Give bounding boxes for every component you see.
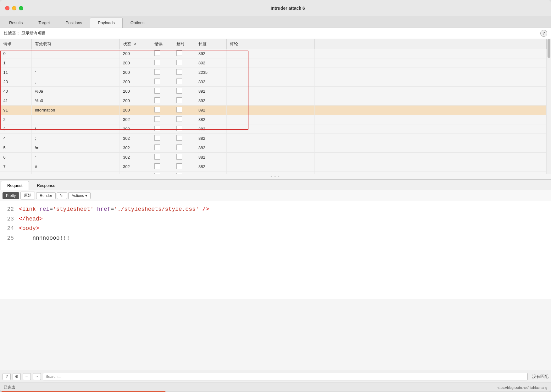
tab-response[interactable]: Response: [30, 181, 62, 190]
col-payload[interactable]: 有效载荷: [32, 39, 120, 49]
table-row[interactable]: 7 # 302 882: [0, 162, 547, 172]
tab-positions[interactable]: Positions: [58, 18, 90, 28]
btn-raw[interactable]: 原始: [20, 192, 35, 199]
tab-target[interactable]: Target: [31, 18, 58, 28]
checkbox[interactable]: [176, 88, 182, 94]
checkbox[interactable]: [154, 88, 160, 94]
search-input[interactable]: [43, 373, 528, 380]
checkbox[interactable]: [176, 116, 182, 122]
btn-newline[interactable]: \n: [57, 192, 67, 199]
cell-payload: %0a: [32, 87, 120, 96]
cell-status: 302: [120, 124, 151, 134]
checkbox[interactable]: [176, 173, 182, 174]
cell-status: 200: [120, 58, 151, 68]
actions-button[interactable]: Actions ▾: [68, 192, 91, 199]
btn-render[interactable]: Render: [36, 192, 55, 199]
table-row[interactable]: 11 ' 200 2235: [0, 68, 547, 77]
vertical-scrollbar[interactable]: [547, 39, 551, 174]
checkbox[interactable]: [154, 116, 160, 122]
col-timeout[interactable]: 超时: [173, 39, 195, 49]
table-row[interactable]: 23 , 200 892: [0, 77, 547, 87]
table-row[interactable]: 2 302 882: [0, 115, 547, 124]
cell-length: 882: [195, 143, 227, 153]
cell-timeout: [173, 68, 195, 77]
cell-length: 892: [195, 87, 227, 96]
cell-error: [151, 77, 173, 87]
table-row[interactable]: 4 ; 302 882: [0, 134, 547, 143]
help-nav-button[interactable]: ?: [3, 373, 11, 380]
checkbox[interactable]: [176, 126, 182, 131]
table-wrapper: 请求 有效载荷 状态 ∧ 错误 超时 长度 评论: [0, 39, 547, 174]
checkbox[interactable]: [154, 135, 160, 141]
table-row[interactable]: 5 != 302 882: [0, 143, 547, 153]
cell-extra: [315, 143, 547, 153]
checkbox[interactable]: [154, 173, 160, 174]
col-status[interactable]: 状态 ∧: [120, 39, 151, 49]
minimize-button[interactable]: [12, 6, 16, 10]
table-row[interactable]: 91 information 200 892: [0, 106, 547, 115]
checkbox[interactable]: [176, 79, 182, 84]
cell-extra: [315, 162, 547, 172]
code-content: <link rel='stylesheet' href='./styleshee…: [19, 204, 546, 214]
checkbox[interactable]: [176, 163, 182, 169]
col-error[interactable]: 错误: [151, 39, 173, 49]
cell-comment: [227, 134, 315, 143]
cell-status: 200: [120, 49, 151, 58]
filter-bar: 过滤器： 显示所有项目 ?: [0, 28, 551, 39]
table-scroll[interactable]: 请求 有效载荷 状态 ∧ 错误 超时 长度 评论: [0, 39, 547, 174]
back-button[interactable]: ←: [23, 373, 31, 380]
checkbox[interactable]: [176, 154, 182, 160]
tab-options[interactable]: Options: [123, 18, 153, 28]
tab-request[interactable]: Request: [1, 181, 29, 190]
cell-timeout: [173, 49, 195, 58]
table-row[interactable]: 40 %0a 200 892: [0, 87, 547, 96]
checkbox[interactable]: [154, 163, 160, 169]
checkbox[interactable]: [154, 154, 160, 160]
cell-extra: [315, 58, 547, 68]
cell-error: [151, 124, 173, 134]
checkbox[interactable]: [176, 60, 182, 65]
table-row[interactable]: 1 200 892: [0, 58, 547, 68]
col-length[interactable]: 长度: [195, 39, 227, 49]
table-row[interactable]: 41 %a0 200 892: [0, 96, 547, 106]
checkbox[interactable]: [154, 69, 160, 75]
table-row[interactable]: 3 ! 302 882: [0, 124, 547, 134]
table-row[interactable]: 6 " 302 882: [0, 153, 547, 162]
cell-status: 302: [120, 162, 151, 172]
btn-pretty[interactable]: Pretty: [3, 192, 19, 199]
cell-payload: [32, 49, 120, 58]
checkbox[interactable]: [154, 50, 160, 56]
col-request[interactable]: 请求: [0, 39, 32, 49]
checkbox[interactable]: [154, 97, 160, 103]
tab-results[interactable]: Results: [1, 18, 31, 28]
table-row[interactable]: 8 % 302 882: [0, 172, 547, 174]
checkbox[interactable]: [176, 144, 182, 150]
cell-error: [151, 96, 173, 106]
col-comment[interactable]: 评论: [227, 39, 315, 49]
forward-button[interactable]: →: [33, 373, 41, 380]
checkbox[interactable]: [154, 107, 160, 112]
cell-error: [151, 68, 173, 77]
checkbox[interactable]: [176, 135, 182, 141]
checkbox[interactable]: [154, 60, 160, 65]
checkbox[interactable]: [154, 126, 160, 131]
checkbox[interactable]: [154, 79, 160, 84]
no-match-label: 没有匹配: [532, 374, 548, 379]
tab-payloads[interactable]: Payloads: [90, 18, 122, 28]
checkbox[interactable]: [176, 50, 182, 56]
checkbox[interactable]: [176, 97, 182, 103]
table-row[interactable]: 0 200 892: [0, 49, 547, 58]
close-button[interactable]: [5, 6, 9, 10]
help-button[interactable]: ?: [540, 30, 547, 37]
checkbox[interactable]: [176, 69, 182, 75]
cell-timeout: [173, 106, 195, 115]
table-area: 请求 有效载荷 状态 ∧ 错误 超时 长度 评论: [0, 39, 551, 174]
cell-id: 6: [0, 153, 32, 162]
checkbox[interactable]: [154, 144, 160, 150]
cell-payload: [32, 115, 120, 124]
scrollbar-thumb[interactable]: [548, 39, 550, 58]
checkbox[interactable]: [176, 107, 182, 112]
maximize-button[interactable]: [19, 6, 23, 10]
settings-button[interactable]: ⚙: [13, 373, 21, 380]
cell-comment: [227, 115, 315, 124]
